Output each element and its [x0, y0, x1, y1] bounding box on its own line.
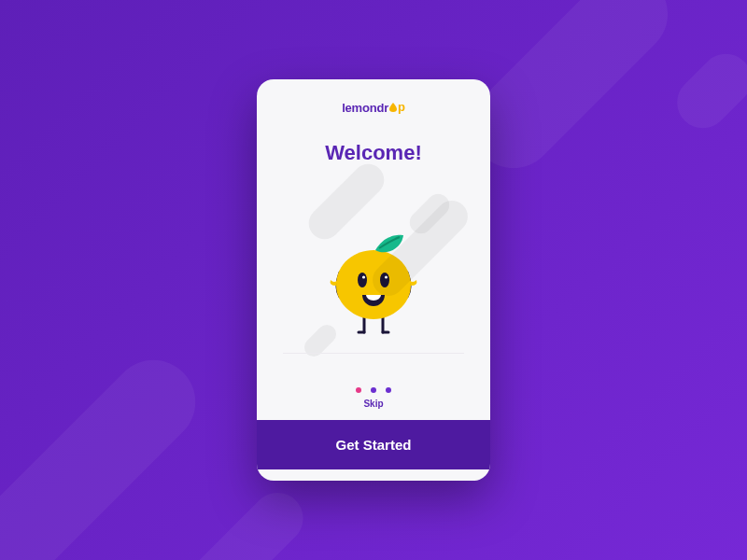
illustration: [257, 165, 490, 388]
drop-icon: [389, 103, 397, 112]
svg-point-4: [358, 273, 367, 287]
svg-point-6: [362, 275, 365, 278]
page-dot[interactable]: [386, 387, 391, 393]
ground-line: [283, 353, 464, 354]
skip-link[interactable]: Skip: [257, 399, 490, 409]
brand-prefix: lemondr: [342, 101, 388, 115]
page-title: Welcome!: [257, 141, 490, 165]
bg-decor-pill: [0, 343, 213, 560]
bg-decor-pill: [667, 43, 747, 139]
brand-logo: lemondrp: [257, 100, 490, 115]
pagination-dots: [257, 387, 490, 393]
bg-decor-pill: [172, 482, 314, 560]
get-started-button[interactable]: Get Started: [257, 420, 490, 469]
page-dot-active[interactable]: [356, 387, 361, 393]
page-dot[interactable]: [371, 387, 376, 393]
phone-frame: lemondrp Welcome!: [257, 79, 490, 481]
brand-drop: p: [388, 100, 405, 114]
brand-suffix: p: [398, 100, 405, 114]
